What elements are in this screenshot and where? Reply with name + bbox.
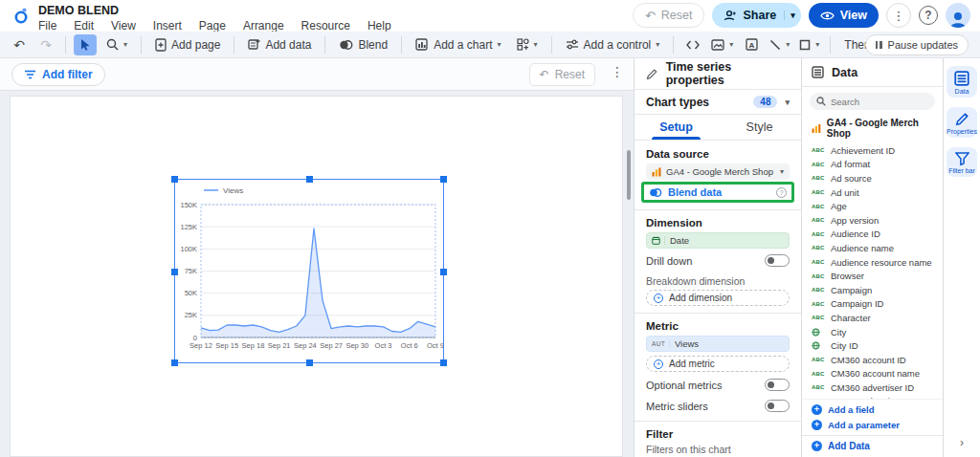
- tab-style[interactable]: Style: [718, 115, 801, 140]
- chart-types-row[interactable]: Chart types 48 ▾: [635, 90, 801, 115]
- add-metric-button[interactable]: + Add metric: [646, 356, 790, 372]
- community-visualizations-button[interactable]: ▾: [511, 34, 544, 55]
- add-a-chart-button[interactable]: Add a chart ▾: [410, 34, 506, 55]
- chart-types-count-badge: 48: [753, 96, 777, 108]
- menu-item-file[interactable]: File: [38, 19, 56, 33]
- looker-studio-logo[interactable]: [11, 6, 31, 29]
- search-input[interactable]: [831, 97, 926, 107]
- svg-text:Sep 12: Sep 12: [189, 341, 212, 350]
- collapse-panel-chevron[interactable]: ›: [960, 436, 964, 449]
- edit-toolbar: ↶ ↷ ▾ Add page Add data Blend Add a char…: [0, 32, 980, 58]
- blend-data-link[interactable]: Blend data: [668, 186, 722, 198]
- reset-button[interactable]: ↶ Reset: [633, 3, 705, 28]
- dimension-field-date[interactable]: Date: [646, 232, 790, 249]
- dropdown-caret-icon[interactable]: ▾: [780, 167, 784, 176]
- select-cursor-button[interactable]: [74, 34, 97, 55]
- menu-bar: FileEditViewInsertPageArrangeResourceHel…: [38, 19, 391, 33]
- rail-properties-button[interactable]: Properties: [947, 107, 977, 138]
- field-item[interactable]: ABCAudience ID: [812, 228, 943, 242]
- blend-button[interactable]: Blend: [333, 34, 393, 55]
- add-data-button[interactable]: Add data: [242, 34, 317, 55]
- field-search-box[interactable]: [810, 93, 935, 110]
- optional-metrics-toggle[interactable]: [765, 379, 790, 391]
- data-source-row[interactable]: GA4 - Google Merch Shop: [802, 114, 943, 142]
- redo-button[interactable]: ↷: [34, 34, 57, 55]
- field-item[interactable]: ABCAudience name: [812, 241, 943, 255]
- canvas-scrollbar[interactable]: [627, 150, 631, 200]
- field-item[interactable]: ABCAchievement ID: [812, 143, 943, 158]
- menu-item-edit[interactable]: Edit: [74, 19, 94, 33]
- resize-handle[interactable]: [440, 269, 447, 275]
- add-a-field-button[interactable]: + Add a field: [812, 402, 933, 417]
- menu-item-insert[interactable]: Insert: [153, 19, 182, 33]
- resize-handle[interactable]: [440, 359, 447, 366]
- dimension-label: Dimension: [646, 217, 790, 228]
- avatar[interactable]: [946, 3, 970, 28]
- field-item[interactable]: ABCCM360 advertiser ID: [812, 381, 943, 395]
- resize-handle[interactable]: [306, 359, 313, 366]
- canvas-reset-button[interactable]: ↶ Reset: [529, 63, 595, 86]
- svg-text:Sep 24: Sep 24: [294, 341, 317, 350]
- field-item[interactable]: ABCBrowser: [812, 269, 943, 283]
- add-a-parameter-button[interactable]: + Add a parameter: [812, 417, 933, 432]
- text-button[interactable]: A: [740, 34, 763, 55]
- field-item[interactable]: ABCAd source: [812, 171, 943, 185]
- data-source-chip[interactable]: GA4 - Google Merch Shop ▾: [646, 163, 790, 180]
- rail-data-button[interactable]: Data: [947, 66, 977, 98]
- add-dimension-button[interactable]: + Add dimension: [646, 290, 790, 306]
- line-button[interactable]: ▾: [767, 34, 792, 55]
- field-item[interactable]: ABCAd unit: [812, 185, 943, 200]
- line-icon: [769, 39, 781, 51]
- chevron-down-icon[interactable]: ▾: [785, 98, 790, 107]
- shape-button[interactable]: ▾: [796, 34, 822, 55]
- metric-sliders-toggle[interactable]: [765, 400, 790, 412]
- image-button[interactable]: ▾: [708, 34, 736, 55]
- help-icon[interactable]: ?: [919, 6, 938, 25]
- field-item[interactable]: City ID: [812, 338, 943, 353]
- resize-handle[interactable]: [171, 176, 178, 183]
- embed-url-button[interactable]: [681, 34, 704, 55]
- field-item[interactable]: City: [812, 325, 943, 339]
- add-a-control-button[interactable]: Add a control ▾: [560, 34, 666, 55]
- add-page-button[interactable]: Add page: [149, 34, 226, 55]
- view-button[interactable]: View: [809, 3, 879, 28]
- menu-item-page[interactable]: Page: [199, 19, 226, 33]
- menu-item-resource[interactable]: Resource: [301, 19, 350, 33]
- field-item[interactable]: ABCCharacter: [812, 311, 943, 325]
- resize-handle[interactable]: [171, 359, 178, 366]
- document-title[interactable]: DEMO BLEND: [38, 4, 391, 17]
- share-button[interactable]: Share ▾: [712, 3, 800, 28]
- resize-handle[interactable]: [440, 176, 447, 183]
- zoom-tool-button[interactable]: ▾: [100, 34, 133, 55]
- share-dropdown-caret[interactable]: ▾: [784, 11, 795, 20]
- metric-field-views[interactable]: AUT Views: [646, 336, 790, 352]
- tab-setup[interactable]: Setup: [635, 115, 718, 140]
- dropdown-caret-icon: ▾: [729, 40, 733, 49]
- menu-item-arrange[interactable]: Arrange: [243, 19, 284, 33]
- resize-handle[interactable]: [171, 269, 178, 275]
- blend-help-icon[interactable]: ?: [776, 187, 787, 198]
- toolbar-divider: [65, 36, 66, 54]
- more-options-button[interactable]: ⋮: [886, 3, 911, 28]
- drill-down-toggle[interactable]: [765, 254, 790, 267]
- time-series-chart[interactable]: 025K50K75K100K125K150KSep 12Sep 15Sep 18…: [174, 179, 444, 363]
- canvas-more-options[interactable]: ⋮: [611, 64, 624, 79]
- resize-handle[interactable]: [306, 176, 313, 183]
- report-page[interactable]: 025K50K75K100K125K150KSep 12Sep 15Sep 18…: [10, 96, 623, 457]
- menu-item-view[interactable]: View: [111, 19, 136, 33]
- pause-updates-button[interactable]: Pause updates: [865, 34, 969, 55]
- field-item[interactable]: ABCAd format: [812, 158, 943, 172]
- undo-button[interactable]: ↶: [8, 34, 31, 55]
- field-item[interactable]: ABCCampaign: [812, 283, 943, 297]
- svg-text:Oct 9: Oct 9: [427, 341, 443, 350]
- field-item[interactable]: ABCAudience resource name: [812, 255, 943, 270]
- field-item[interactable]: ABCCM360 account ID: [812, 353, 943, 367]
- rail-filter-bar-button[interactable]: Filter bar: [947, 147, 977, 177]
- add-data-button[interactable]: + Add Data: [802, 435, 943, 457]
- menu-item-help[interactable]: Help: [368, 19, 391, 33]
- field-item[interactable]: ABCApp version: [812, 213, 943, 228]
- field-item[interactable]: ABCCampaign ID: [812, 297, 943, 312]
- field-item[interactable]: ABCAge: [812, 199, 943, 213]
- add-filter-button[interactable]: Add filter: [11, 63, 105, 86]
- field-item[interactable]: ABCCM360 account name: [812, 367, 943, 381]
